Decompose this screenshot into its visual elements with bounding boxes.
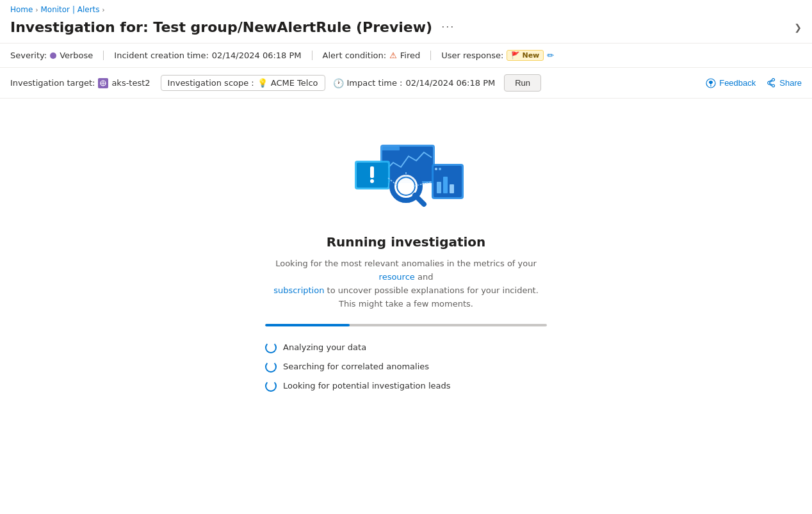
expand-icon[interactable]: ❯ [794,22,802,33]
breadcrumb-sep1: › [35,6,38,13]
desc-line1: Looking for the most relevant anomalies … [275,259,537,282]
run-button[interactable]: Run [504,74,541,92]
progress-bar-fill [265,324,350,326]
share-button[interactable]: Share [766,78,802,88]
svg-point-18 [439,168,441,170]
breadcrumb-monitor[interactable]: Monitor | Alerts [40,5,99,14]
impact-value: 02/14/2024 06:18 PM [405,78,495,88]
incident-time-item: Incident creation time: 02/14/2024 06:18… [114,51,312,60]
impact-time-item: 🕐 Impact time : 02/14/2024 06:18 PM [333,78,496,88]
metadata-row: Severity: Verbose Incident creation time… [0,44,812,68]
scope-label: Investigation scope : [168,78,254,88]
svg-rect-10 [370,166,374,178]
alert-value: Fired [400,51,420,60]
main-content: Running investigation Looking for the mo… [0,99,812,419]
resource-link[interactable]: resource [379,272,415,282]
breadcrumb-home[interactable]: Home [10,5,33,14]
step-text-2: Searching for correlated anomalies [283,362,429,371]
svg-rect-7 [382,147,400,150]
clock-icon: 🕐 [333,78,344,88]
severity-dot [50,52,56,59]
new-badge: 🚩 New [507,50,544,61]
share-icon [766,78,776,88]
svg-point-11 [370,179,374,183]
severity-value: Verbose [60,51,93,60]
feedback-button[interactable]: Feedback [706,78,756,88]
step-item-3: Looking for potential investigation lead… [265,380,547,392]
feedback-icon [706,78,716,88]
svg-point-4 [710,85,711,86]
running-description: Looking for the most relevant anomalies … [265,257,547,310]
steps-list: Analyzing your data Searching for correl… [265,342,547,392]
svg-rect-14 [437,182,441,193]
step-text-3: Looking for potential investigation lead… [283,381,451,390]
target-label: Investigation target: [10,78,95,88]
scope-value: ACME Telco [271,78,318,88]
subscription-link[interactable]: subscription [273,285,324,295]
impact-label: Impact time : [347,78,403,88]
flag-icon: 🚩 [511,51,520,60]
lightbulb-icon: 💡 [257,78,268,88]
incident-value: 02/14/2024 06:18 PM [212,51,302,60]
running-title: Running investigation [327,234,486,250]
aks-icon [98,78,108,88]
page-header: Investigation for: Test group/NewAlertRu… [0,17,812,43]
alert-label: Alert condition: [323,51,387,60]
more-options-button[interactable]: ··· [441,21,455,33]
breadcrumb-sep2: › [102,6,105,13]
severity-label: Severity: [10,51,47,60]
toolbar-row: Investigation target: aks-test2 Investig… [0,68,812,99]
target-value: aks-test2 [111,78,150,88]
step-item-2: Searching for correlated anomalies [265,361,547,373]
toolbar-actions: Feedback Share [706,78,802,88]
desc-line3: This might take a few moments. [339,299,473,309]
alert-condition-item: Alert condition: ⚠ Fired [323,51,432,60]
svg-line-21 [415,195,424,204]
spinner-2 [265,361,277,373]
user-response-item: User response: 🚩 New ✏ [441,50,564,61]
svg-rect-15 [443,177,448,193]
step-text-1: Analyzing your data [283,342,366,352]
investigation-illustration [342,138,470,221]
progress-bar-container [265,324,547,326]
spinner-1 [265,342,277,353]
breadcrumb: Home › Monitor | Alerts › [0,0,812,17]
desc-line2: subscription to uncover possible explana… [273,285,539,295]
scope-selector[interactable]: Investigation scope : 💡 ACME Telco [161,75,325,91]
edit-icon[interactable]: ✏ [547,51,554,60]
svg-point-17 [435,168,437,170]
warning-icon: ⚠ [389,51,397,60]
investigation-target: Investigation target: aks-test2 [10,78,150,88]
svg-rect-16 [450,184,454,193]
svg-point-20 [397,177,415,195]
user-response-label: User response: [441,51,503,60]
incident-label: Incident creation time: [114,51,209,60]
page-title: Investigation for: Test group/NewAlertRu… [10,19,432,35]
step-item-1: Analyzing your data [265,342,547,353]
spinner-3 [265,380,277,392]
severity-item: Severity: Verbose [10,51,104,60]
